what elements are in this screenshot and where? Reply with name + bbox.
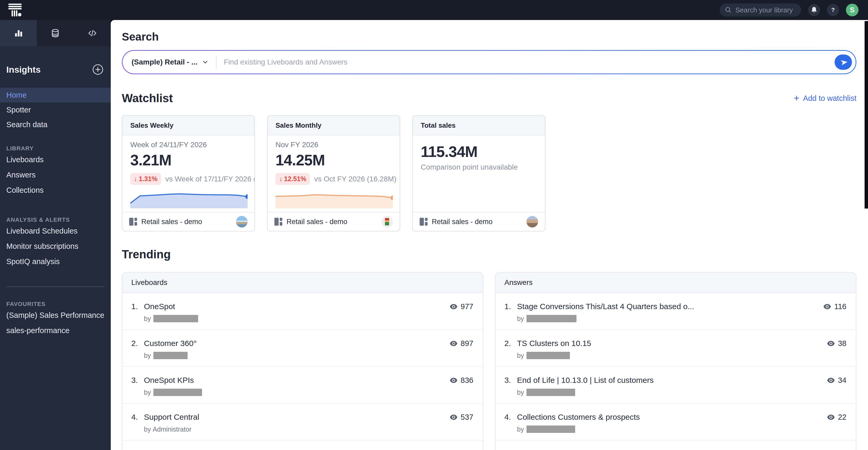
redacted-author <box>153 315 198 322</box>
database-icon <box>51 29 60 38</box>
eye-icon <box>450 415 458 420</box>
author-avatar <box>526 216 538 227</box>
card-footer: Retail sales - demo <box>122 212 254 231</box>
sidebar-item-answers[interactable]: Answers <box>0 167 111 182</box>
byline-prefix: by <box>144 352 151 359</box>
search-bar: (Sample) Retail - ... Find existing Live… <box>123 51 856 74</box>
row-byline: by <box>144 315 473 322</box>
trending-row-onespot[interactable]: 1. OneSpot 977 by <box>122 293 483 330</box>
row-byline: by <box>517 425 846 433</box>
author-avatar <box>236 216 248 227</box>
trending-panel-liveboards: Liveboards 1. OneSpot 977 by 2. Customer… <box>122 272 483 450</box>
vertical-scrollbar[interactable] <box>865 21 868 208</box>
delta-badge: ↓12.51% <box>276 173 310 185</box>
sidebar-item-home[interactable]: Home <box>0 88 111 103</box>
card-kpi-value: 3.21M <box>130 151 247 169</box>
add-insight-button[interactable] <box>92 63 104 76</box>
trending-panels: Liveboards 1. OneSpot 977 by 2. Customer… <box>122 272 857 450</box>
sidebar-item-collections[interactable]: Collections <box>0 182 111 198</box>
sidebar-item-spotter[interactable]: Spotter <box>0 103 111 117</box>
thoughtspot-logo[interactable] <box>8 3 23 18</box>
panel-title: Liveboards <box>122 273 483 293</box>
trending-row-future-dates-kpi[interactable]: 5. Future Dates KPI 18 by <box>495 441 856 450</box>
row-line: 4. Support Central 537 <box>131 413 473 422</box>
delta-value: 1.31% <box>139 175 158 183</box>
row-rank: 4. <box>131 413 144 422</box>
search-icon <box>725 7 732 13</box>
trending-row-ts-clusters-on-10-15[interactable]: 2. TS Clusters on 10.15 38 by <box>495 330 856 367</box>
byline-author: Administrator <box>151 425 191 433</box>
card-comparison: vs Oct FY 2026 (16.28M) <box>314 175 396 183</box>
row-rank: 1. <box>504 302 517 311</box>
trending-row-onespot-kpis[interactable]: 3. OneSpot KPIs 836 by <box>122 367 483 404</box>
trending-panel-answers: Answers 1. Stage Conversions This/Last 4… <box>495 272 857 450</box>
svg-text:?: ? <box>831 7 835 13</box>
byline-prefix: by <box>144 315 151 322</box>
page-title: Search <box>122 31 857 43</box>
trending-row-collections-customers-prospects[interactable]: 4. Collections Customers & prospects 22 … <box>495 404 856 441</box>
sidebar-item-sample-sales-performance[interactable]: (Sample) Sales Performance <box>0 308 111 323</box>
user-avatar[interactable]: S <box>846 4 859 16</box>
row-byline: by <box>517 388 846 396</box>
library-search-placeholder: Search your library <box>735 6 793 14</box>
trending-title: Trending <box>122 248 857 261</box>
trending-row-stage-conversions-this-last-4-quarters-based-o[interactable]: 1. Stage Conversions This/Last 4 Quarter… <box>495 293 856 330</box>
bar-chart-icon <box>14 29 23 38</box>
sidebar-item-sales-performance[interactable]: sales-performance <box>0 323 111 338</box>
row-rank: 3. <box>131 376 144 385</box>
watchlist-cards: Sales Weekly Week of 24/11/FY 2026 3.21M… <box>122 115 857 231</box>
view-count: 897 <box>461 339 473 348</box>
row-rank: 4. <box>504 413 517 422</box>
watchlist-card-sales-monthly[interactable]: Sales Monthly Nov FY 2026 14.25M ↓12.51%… <box>267 115 400 231</box>
trending-row-customer-360[interactable]: 2. Customer 360° 897 by <box>122 330 483 367</box>
sidebar-nav: HomeSpotterSearch data <box>0 88 111 132</box>
help-button[interactable]: ? <box>827 4 839 16</box>
app-root: Search your library ? S <box>0 0 868 450</box>
top-bar: Search your library ? S <box>0 0 868 20</box>
row-views: 116 <box>818 302 846 311</box>
card-period: Nov FY 2026 <box>276 141 392 149</box>
card-body: 115.34M ↓ Comparison point unavailable <box>413 135 545 212</box>
row-rank: 2. <box>131 339 144 348</box>
byline-prefix: by <box>517 389 524 396</box>
search-query-input[interactable]: Find existing Liveboards and Answers <box>224 58 835 66</box>
sidebar-item-search-data[interactable]: Search data <box>0 117 111 132</box>
sidebar-item-liveboard-schedules[interactable]: Liveboard Schedules <box>0 223 111 238</box>
byline-prefix: by <box>517 352 524 359</box>
card-source-label: Retail sales - demo <box>286 218 347 226</box>
watchlist-title: Watchlist <box>122 92 173 105</box>
sidebar-item-monitor-subscriptions[interactable]: Monitor subscriptions <box>0 238 111 254</box>
trending-row-support-central[interactable]: 4. Support Central 537 by Administrator <box>122 404 483 441</box>
sidebar-item-spotiq-analysis[interactable]: SpotIQ analysis <box>0 254 111 269</box>
add-to-watchlist-button[interactable]: + Add to watchlist <box>794 93 857 103</box>
watchlist-card-sales-weekly[interactable]: Sales Weekly Week of 24/11/FY 2026 3.21M… <box>122 115 255 231</box>
sidebar-sections: LIBRARYLiveboardsAnswersCollectionsANALY… <box>0 132 111 338</box>
arrow-down-icon: ↓ <box>279 175 283 183</box>
view-count: 34 <box>838 376 846 385</box>
add-to-watchlist-label: Add to watchlist <box>803 94 857 103</box>
card-note: Comparison point unavailable <box>421 163 537 171</box>
notifications-button[interactable] <box>808 4 820 16</box>
watchlist-card-total-sales[interactable]: Total sales 115.34M ↓ Comparison point u… <box>412 115 546 231</box>
sidebar-item-liveboards[interactable]: Liveboards <box>0 152 111 167</box>
row-views: 22 <box>822 413 846 422</box>
trending-row-retail-sales-demo[interactable]: 5. Retail sales - demo 393 by <box>122 441 483 450</box>
row-rank: 1. <box>131 302 144 311</box>
card-period: Week of 24/11/FY 2026 <box>130 141 247 149</box>
tab-insights[interactable] <box>0 20 37 46</box>
insights-header: Insights <box>0 63 111 76</box>
tab-data[interactable] <box>37 20 74 46</box>
search-submit-button[interactable] <box>835 55 852 70</box>
row-byline: by <box>144 388 473 396</box>
tab-develop[interactable] <box>74 20 111 46</box>
eye-icon <box>827 341 835 346</box>
trending-row-end-of-life-10-13-0-list-of-customers[interactable]: 3. End of Life | 10.13.0 | List of custo… <box>495 367 856 404</box>
library-search-input[interactable]: Search your library <box>720 3 801 17</box>
row-title: OneSpot KPIs <box>144 376 194 385</box>
row-title: OneSpot <box>144 302 175 311</box>
bell-icon <box>810 6 818 14</box>
author-avatar <box>381 216 393 227</box>
sparkline-chart <box>276 187 393 208</box>
data-source-selector[interactable]: (Sample) Retail - ... <box>131 58 209 66</box>
row-title: End of Life | 10.13.0 | List of customer… <box>517 376 654 385</box>
